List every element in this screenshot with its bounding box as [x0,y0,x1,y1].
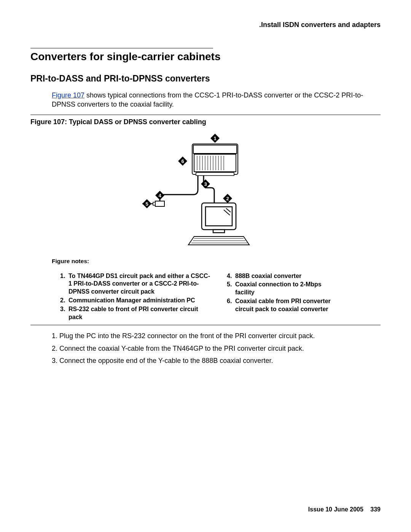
page-header: .Install ISDN converters and adapters [30,21,381,29]
figure-diagram: 1 6 3 4 5 2 [30,131,381,254]
figure-notes-label: Figure notes: [52,258,381,265]
svg-rect-22 [213,230,225,233]
step-item: 2.Connect the coaxial Y-cable from the T… [52,344,381,353]
figure-link[interactable]: Figure 107 [52,91,84,99]
note-item: 4.888B coaxial converter [227,272,333,280]
callout-5: 5 [145,201,148,207]
callout-1: 1 [213,136,216,141]
callout-2: 2 [226,196,229,201]
footer-issue: Issue 10 June 2005 [308,506,363,513]
note-item: 6.Coaxial cable from PRI converter circu… [227,297,333,313]
figure-title: Figure 107: Typical DASS or DPNSS conver… [30,118,381,126]
callout-4: 4 [158,193,161,198]
divider-full-top [30,115,381,115]
steps-list: 1.Plug the PC into the RS-232 connector … [52,331,381,365]
callout-3: 3 [204,181,207,187]
intro-paragraph: Figure 107 shows typical connections fro… [52,91,381,109]
heading-main: Converters for single-carrier cabinets [30,51,381,63]
step-item: 1.Plug the PC into the RS-232 connector … [52,331,381,340]
svg-rect-2 [194,154,236,172]
note-item: 2.Communication Manager administration P… [60,297,212,305]
divider-half [30,48,213,48]
step-item: 3.Connect the opposite end of the Y-cabl… [52,356,381,365]
heading-sub: PRI-to-DASS and PRI-to-DPNSS converters [30,73,381,84]
cabling-diagram-icon: 1 6 3 4 5 2 [137,131,274,252]
note-item: 5.Coaxial connection to 2-Mbps facility [227,281,333,297]
svg-rect-16 [153,202,155,205]
divider-full-bottom [30,325,381,325]
intro-rest: shows typical connections from the CCSC-… [52,91,363,108]
callout-6: 6 [181,158,184,164]
footer-page: 339 [370,506,381,513]
figure-notes: 1.To TN464GP DS1 circuit pack and either… [60,272,381,322]
note-item: 1.To TN464GP DS1 circuit pack and either… [60,272,212,296]
svg-rect-15 [155,201,164,206]
svg-rect-3 [196,173,234,176]
page-footer: Issue 10 June 2005 339 [308,506,381,513]
svg-rect-1 [193,145,237,153]
note-item: 3.RS-232 cable to front of PRI converter… [60,305,212,321]
